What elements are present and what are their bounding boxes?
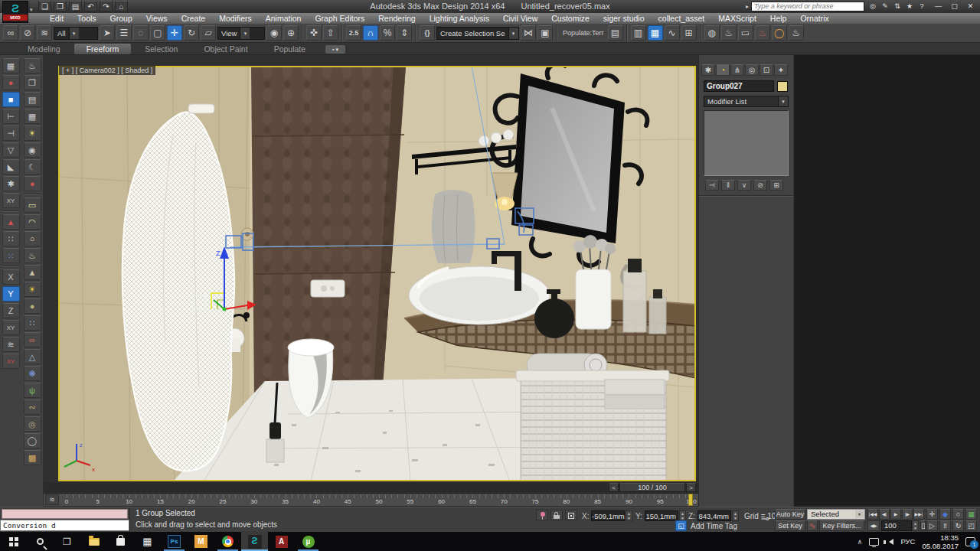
menu-ornatrix[interactable]: Ornatrix [793, 13, 835, 24]
tab-modeling[interactable]: Modeling [15, 44, 73, 54]
close-button[interactable]: ✕ [962, 1, 978, 11]
selection-lock-icon[interactable] [550, 510, 563, 520]
snap-pivot-icon[interactable]: ⊣ [2, 126, 20, 141]
maximize-button[interactable]: ▢ [946, 1, 962, 11]
volume-icon[interactable] [886, 539, 893, 545]
help-icon[interactable]: ? [916, 2, 928, 11]
tray-expand-icon[interactable]: ∧ [858, 538, 863, 546]
menu-create[interactable]: Create [175, 13, 213, 24]
populate-idle-icon[interactable]: ▤ [608, 25, 623, 41]
time-slider-track[interactable]: < 100 / 100 > [44, 482, 698, 494]
select-and-link-icon[interactable]: ∞ [3, 25, 18, 41]
coord-y-spinner[interactable]: ▲▼ [679, 510, 686, 521]
edit-named-selection-sets-icon[interactable]: {} [420, 25, 435, 41]
add-time-tag-button[interactable]: Add Time Tag [691, 522, 737, 530]
menu-graph-editors[interactable]: Graph Editors [308, 13, 371, 24]
red-camera-icon[interactable]: ● [24, 176, 41, 191]
coord-z-field[interactable]: 843,4mm [697, 510, 731, 521]
coord-z-spinner[interactable]: ▲▼ [732, 510, 739, 521]
menu-modifiers[interactable]: Modifiers [212, 13, 259, 24]
walkthrough-icon[interactable]: ✛ [926, 509, 938, 520]
transmitter-icon[interactable]: ▲ [2, 214, 20, 230]
tab-freeform[interactable]: Freeform [74, 44, 132, 54]
chrome-button[interactable] [214, 532, 241, 551]
select-and-scale-icon[interactable]: ▱ [201, 25, 216, 41]
play-button[interactable]: ▶ [890, 509, 901, 520]
start-button[interactable] [0, 532, 27, 551]
tab-hierarchy[interactable]: ⋔ [730, 64, 744, 76]
select-by-name-icon[interactable]: ☰ [116, 25, 132, 41]
3dsmax-button[interactable]: Ƨ [241, 532, 268, 551]
use-pivot-point-icon[interactable]: ◉ [266, 25, 282, 41]
modifier-list-dropdown[interactable]: Modifier List ▾ [704, 96, 789, 107]
snap-midpoint-icon[interactable]: ⊢ [2, 109, 20, 124]
keyword-search-input[interactable] [751, 2, 864, 11]
snap-edge-icon[interactable]: ■ [2, 92, 20, 107]
motion-loop-icon[interactable]: ↻ [952, 520, 964, 531]
menu-lighting-analysis[interactable]: Lighting Analysis [423, 13, 496, 24]
modifier-stack-list[interactable] [704, 110, 789, 176]
aimp-button[interactable]: A [268, 532, 295, 551]
dots-grid-icon[interactable]: ⁙ [2, 248, 20, 263]
spinner-snap-toggle-icon[interactable]: ⇕ [397, 25, 412, 41]
auto-key-button[interactable]: Auto Key [775, 509, 805, 520]
previous-frame-button[interactable]: ◀| [879, 509, 890, 520]
tab-selection[interactable]: Selection [132, 44, 190, 54]
cone-primitive-icon[interactable]: ▲ [24, 265, 41, 280]
rain-particles-icon[interactable]: ∷ [24, 315, 41, 331]
molecule-icon[interactable]: ∞ [24, 332, 41, 347]
schematic-view-icon[interactable]: ⊞ [681, 25, 697, 41]
coord-y-field[interactable]: 150,1mm [645, 510, 678, 521]
select-and-move-icon[interactable]: ✛ [167, 25, 182, 41]
render-setup-icon[interactable]: ♨ [721, 25, 737, 41]
grass-object-icon[interactable]: ψ [24, 383, 41, 398]
walk-footsteps-icon[interactable]: ‼ [939, 520, 951, 531]
tab-create[interactable]: ✱ [701, 64, 715, 76]
snap-xy-icon[interactable]: XY [2, 193, 20, 208]
time-tag-icon[interactable]: ◱ [675, 520, 687, 531]
file-explorer-button[interactable] [80, 532, 107, 551]
next-frame-button[interactable]: |▶ [902, 509, 913, 520]
frame-spinner[interactable]: ▲▼ [912, 520, 919, 531]
pin-stack-button[interactable]: ⊣ [705, 180, 719, 191]
application-menu-caret-icon[interactable]: ▾ [30, 7, 33, 13]
render-window-icon[interactable]: ❐ [24, 75, 41, 90]
communication-center-icon[interactable]: ✎ [879, 2, 891, 11]
palette-icon[interactable]: ▩ [24, 450, 41, 465]
menu-views[interactable]: Views [139, 13, 175, 24]
remove-modifier-button[interactable]: ⊘ [753, 180, 767, 191]
mini-curve-editor-button[interactable]: ≋ [45, 494, 59, 505]
axis-constraint-x-button[interactable]: X [2, 269, 20, 285]
language-indicator[interactable]: РУС [900, 537, 915, 546]
exchange-icon[interactable]: ⇅ [891, 2, 903, 11]
undo-button[interactable]: ↶ [84, 1, 97, 11]
moon-night-icon[interactable]: ☾ [24, 159, 41, 174]
render-quick-icon[interactable]: ♨ [789, 25, 804, 41]
object-color-swatch[interactable] [777, 81, 788, 92]
photoshop-button[interactable]: Ps [161, 532, 188, 551]
selection-filter-dropdown[interactable]: All▾ [54, 27, 98, 40]
material-editor-icon[interactable]: ◍ [704, 25, 720, 41]
spline-stack-icon[interactable]: ≋ [2, 337, 20, 352]
menu-collect-asset[interactable]: collect_asset [652, 13, 712, 24]
render-production-icon[interactable]: ♨ [755, 25, 770, 41]
go-to-start-button[interactable]: |◀◀ [867, 509, 878, 520]
menu-edit[interactable]: Edit [43, 13, 70, 24]
axis-constraint-z-button[interactable]: Z [2, 303, 20, 318]
set-key-button[interactable]: Set Key [775, 520, 805, 531]
calculator-button[interactable]: ▦ [134, 532, 161, 551]
search-go-icon[interactable]: ▸ [746, 3, 749, 10]
utorrent-button[interactable]: µ [295, 532, 322, 551]
pyramid-helper-icon[interactable]: △ [24, 349, 41, 364]
project-folder-button[interactable]: ⌂ [115, 1, 128, 11]
named-selection-sets-dropdown[interactable]: Create Selection Se▾ [436, 27, 519, 40]
viewport-label[interactable]: [ + ] [ Camera002 ] [ Shaded ] [59, 66, 155, 75]
menu-help[interactable]: Help [763, 13, 794, 24]
make-unique-button[interactable]: ∨ [737, 180, 751, 191]
action-center-icon[interactable]: 1 [965, 537, 975, 546]
ribbon-collapse-button[interactable]: ▪ ▾ [325, 45, 345, 54]
zoom-region-icon[interactable]: ◰ [965, 520, 977, 531]
sun-light-icon[interactable]: ☀ [24, 282, 41, 297]
select-and-rotate-icon[interactable]: ↻ [184, 25, 199, 41]
application-menu-button[interactable]: Ƨ MXD [2, 1, 28, 23]
